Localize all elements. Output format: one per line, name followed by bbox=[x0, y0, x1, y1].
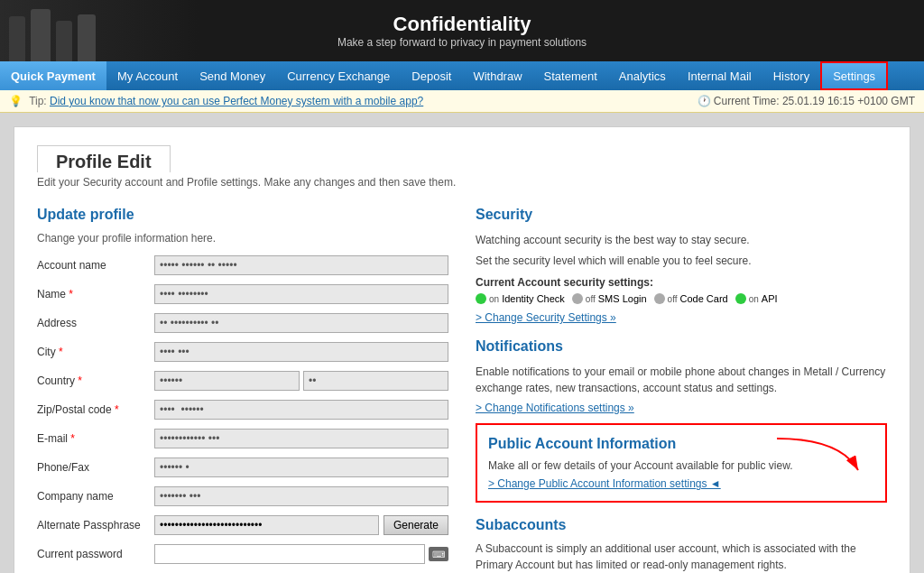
header-title-block: Confidentiality Make a step forward to p… bbox=[337, 13, 587, 49]
clock-label: Current Time: bbox=[714, 95, 780, 107]
indicator-api: on API bbox=[735, 293, 778, 304]
main-container: Profile Edit Edit your Security account … bbox=[0, 113, 924, 573]
required-indicator: * bbox=[59, 346, 63, 358]
input-current-password[interactable] bbox=[154, 544, 425, 564]
header-banner: Confidentiality Make a step forward to p… bbox=[0, 0, 924, 61]
update-profile-title: Update profile bbox=[37, 207, 448, 223]
field-passphrase: Alternate Passphrase Generate bbox=[37, 515, 448, 535]
label-code-card: Code Card bbox=[680, 293, 728, 304]
public-account-box: Public Account Information Make all or f… bbox=[476, 423, 887, 503]
security-title: Security bbox=[476, 207, 887, 223]
field-current-password: Current password bbox=[37, 544, 448, 564]
input-zip[interactable] bbox=[154, 400, 448, 420]
label-zip: Zip/Postal code * bbox=[37, 403, 154, 416]
input-address[interactable] bbox=[154, 313, 448, 333]
tip-label: Tip: bbox=[29, 95, 47, 107]
nav-send-money[interactable]: Send Money bbox=[189, 61, 276, 90]
field-company: Company name bbox=[37, 486, 448, 506]
header-subtitle: Make a step forward to privacy in paymen… bbox=[337, 36, 587, 49]
label-account-name: Account name bbox=[37, 259, 154, 272]
nav-currency-exchange[interactable]: Currency Exchange bbox=[276, 61, 401, 90]
security-indicators: on Identity Check off SMS Login off Code… bbox=[476, 293, 887, 304]
tip-icon: 💡 bbox=[9, 95, 23, 107]
input-country[interactable] bbox=[154, 371, 300, 391]
dot-identity bbox=[476, 293, 486, 304]
label-country: Country * bbox=[37, 374, 154, 387]
nav-internal-mail[interactable]: Internal Mail bbox=[677, 61, 762, 90]
field-city: City * bbox=[37, 342, 448, 362]
required-indicator: * bbox=[78, 374, 82, 387]
field-name: Name * bbox=[37, 284, 448, 304]
label-sms: SMS Login bbox=[598, 293, 647, 304]
nav-quick-payment[interactable]: Quick Payment bbox=[0, 61, 106, 90]
status-code-card: off bbox=[668, 294, 678, 304]
nav-bar: Quick Payment My Account Send Money Curr… bbox=[0, 61, 924, 90]
label-identity: Identity Check bbox=[502, 293, 565, 304]
nav-withdraw[interactable]: Withdraw bbox=[462, 61, 532, 90]
label-name: Name * bbox=[37, 288, 154, 300]
input-account-name[interactable] bbox=[154, 255, 448, 275]
label-current-password: Current password bbox=[37, 548, 154, 560]
required-indicator: * bbox=[115, 403, 119, 416]
required-indicator: * bbox=[70, 432, 75, 445]
input-company[interactable] bbox=[154, 486, 448, 506]
page-subtitle: Edit your Security account and Profile s… bbox=[37, 176, 887, 189]
header-figures bbox=[0, 0, 199, 61]
right-column: Security Watching account security is th… bbox=[476, 207, 887, 573]
label-company: Company name bbox=[37, 490, 154, 503]
tip-link[interactable]: Did you know that now you can use Perfec… bbox=[50, 95, 423, 107]
page-title: Profile Edit bbox=[56, 152, 152, 171]
field-account-name: Account name bbox=[37, 255, 448, 275]
two-column-layout: Update profile Change your profile infor… bbox=[37, 207, 887, 573]
status-sms: off bbox=[586, 294, 596, 304]
change-public-account-link[interactable]: > Change Public Account Information sett… bbox=[488, 477, 874, 490]
subaccounts-text: A Subaccount is simply an additional use… bbox=[476, 541, 887, 573]
subaccounts-title: Subaccounts bbox=[476, 517, 887, 533]
clock-section: 🕐 Current Time: 25.01.19 16:15 +0100 GMT bbox=[698, 95, 915, 107]
nav-analytics[interactable]: Analytics bbox=[608, 61, 677, 90]
update-profile-subtitle: Change your profile information here. bbox=[37, 232, 448, 245]
label-phone: Phone/Fax bbox=[37, 461, 154, 474]
nav-my-account[interactable]: My Account bbox=[106, 61, 189, 90]
label-city: City * bbox=[37, 346, 154, 358]
security-text2: Set the security level which will enable… bbox=[476, 253, 887, 269]
notifications-text: Enable notifications to your email or mo… bbox=[476, 364, 887, 396]
dot-api bbox=[735, 293, 746, 304]
clock-icon: 🕐 bbox=[698, 95, 711, 107]
dot-sms bbox=[572, 293, 583, 304]
field-address: Address bbox=[37, 313, 448, 333]
passphrase-controls: Generate bbox=[154, 515, 448, 535]
dot-code-card bbox=[654, 293, 665, 304]
security-text1: Watching account security is the best wa… bbox=[476, 232, 887, 248]
input-name[interactable] bbox=[154, 284, 448, 304]
content-box: Profile Edit Edit your Security account … bbox=[14, 126, 910, 573]
required-indicator: * bbox=[69, 288, 73, 300]
input-country-extra[interactable] bbox=[303, 371, 448, 391]
indicator-identity: on Identity Check bbox=[476, 293, 565, 304]
nav-statement[interactable]: Statement bbox=[533, 61, 608, 90]
field-phone: Phone/Fax bbox=[37, 457, 448, 477]
nav-deposit[interactable]: Deposit bbox=[401, 61, 462, 90]
indicator-code-card: off Code Card bbox=[654, 293, 728, 304]
security-settings-label: Current Account security settings: bbox=[476, 276, 887, 289]
header-title: Confidentiality bbox=[337, 13, 587, 36]
label-passphrase: Alternate Passphrase bbox=[37, 519, 154, 531]
label-address: Address bbox=[37, 317, 154, 329]
field-email: E-mail * bbox=[37, 429, 448, 448]
status-api: on bbox=[749, 294, 759, 304]
input-passphrase[interactable] bbox=[154, 515, 379, 535]
tip-section: 💡 Tip: Did you know that now you can use… bbox=[9, 95, 423, 107]
label-email: E-mail * bbox=[37, 432, 154, 445]
nav-history[interactable]: History bbox=[762, 61, 820, 90]
keyboard-icon-1[interactable] bbox=[429, 547, 448, 561]
input-email[interactable] bbox=[154, 429, 448, 448]
nav-settings[interactable]: Settings bbox=[820, 61, 888, 90]
input-city[interactable] bbox=[154, 342, 448, 362]
left-column: Update profile Change your profile infor… bbox=[37, 207, 448, 573]
change-notifications-link[interactable]: > Change Notifications settings » bbox=[476, 402, 887, 414]
current-time: 25.01.19 16:15 +0100 GMT bbox=[782, 95, 915, 107]
change-security-link[interactable]: > Change Security Settings » bbox=[476, 311, 887, 324]
generate-button[interactable]: Generate bbox=[383, 515, 448, 535]
status-identity: on bbox=[489, 294, 499, 304]
input-phone[interactable] bbox=[154, 457, 448, 477]
